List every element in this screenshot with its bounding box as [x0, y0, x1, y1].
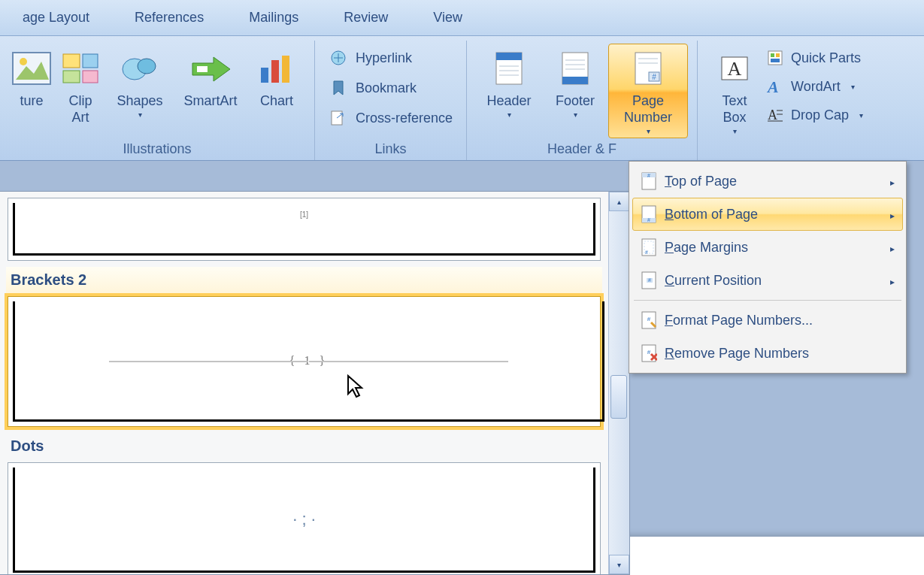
textbox-dropdown-arrow: ▾ [733, 127, 737, 135]
submenu-arrow-icon [890, 174, 895, 189]
menu-remove-page-numbers[interactable]: # Remove Page Numbers [632, 337, 903, 370]
quickparts-icon [765, 48, 785, 68]
gallery-item-dots[interactable]: · ; · [8, 462, 601, 574]
submenu-arrow-icon [890, 240, 895, 256]
group-headerfooter-label: Header & F [476, 140, 688, 159]
top-of-page-icon: # [633, 171, 665, 191]
hyperlink-button[interactable]: Hyperlink [329, 48, 453, 68]
shapes-button[interactable]: Shapes ▾ [107, 44, 173, 138]
picture-label: ture [20, 92, 43, 109]
format-page-numbers-icon: # [633, 310, 665, 330]
scroll-up-button[interactable]: ▴ [609, 192, 629, 211]
menu-margins-label: Page Margins [665, 240, 890, 256]
header-icon [488, 47, 530, 89]
footer-icon [554, 47, 596, 89]
page-number-button[interactable]: # Page Number ▾ [608, 44, 688, 138]
tab-references[interactable]: References [112, 4, 226, 32]
menu-bottom-of-page[interactable]: # Bottom of Page [632, 198, 903, 231]
wordart-label: WordArt [791, 79, 841, 95]
svg-point-8 [138, 59, 156, 74]
hyperlink-label: Hyperlink [356, 50, 412, 66]
svg-rect-3 [63, 54, 80, 68]
shapes-dropdown-arrow: ▾ [138, 110, 142, 119]
svg-rect-12 [271, 60, 279, 83]
current-position-icon: # [633, 271, 665, 290]
smartart-button[interactable]: SmartArt [173, 44, 248, 138]
footer-dropdown-arrow: ▾ [574, 110, 577, 119]
dropcap-icon: A [765, 105, 785, 125]
svg-text:#: # [652, 73, 656, 81]
bookmark-label: Bookmark [356, 80, 417, 96]
page-number-icon: # [627, 47, 669, 89]
clipart-label: Clip Art [68, 92, 92, 126]
svg-text:A: A [728, 58, 742, 80]
quickparts-label: Quick Parts [791, 50, 861, 66]
page-margins-icon: # [633, 238, 665, 257]
menu-format-label: Format Page Numbers... [665, 313, 895, 328]
gallery-item-previous[interactable]: [1] [8, 198, 601, 261]
menu-format-page-numbers[interactable]: # Format Page Numbers... [632, 304, 903, 337]
header-button[interactable]: Header ▾ [476, 44, 542, 138]
menu-current-label: Current Position [665, 273, 890, 289]
smartart-label: SmartArt [183, 92, 237, 109]
clipart-button[interactable]: Clip Art [54, 44, 107, 138]
header-label: Header [487, 92, 532, 109]
footer-button[interactable]: Footer ▾ [542, 44, 608, 138]
menu-remove-label: Remove Page Numbers [665, 346, 895, 362]
group-illustrations: ture Clip Art Shapes ▾ SmartArt [0, 41, 315, 160]
svg-text:#: # [647, 349, 651, 356]
svg-text:#: # [647, 173, 650, 178]
tab-review[interactable]: Review [321, 4, 410, 32]
gallery-header-dots: Dots [6, 433, 602, 462]
crossref-button[interactable]: Cross-reference [329, 108, 453, 128]
page-number-gallery: [1] Brackets 2 { 1 } Dots · ; · ▴ ▾ [0, 191, 630, 575]
chart-icon [256, 47, 298, 89]
picture-button[interactable]: ture [9, 44, 54, 138]
svg-rect-17 [496, 53, 522, 60]
textbox-label: Text Box [723, 92, 747, 126]
scroll-down-button[interactable]: ▾ [609, 555, 629, 574]
menu-top-of-page[interactable]: # Top of Page [632, 165, 903, 198]
remove-page-numbers-icon: # [633, 343, 665, 363]
svg-point-2 [20, 58, 27, 65]
wordart-button[interactable]: A WordArt [765, 77, 863, 96]
document-page[interactable]: rd 2010 ordinate with the overall look o [617, 537, 924, 575]
svg-rect-13 [282, 56, 289, 83]
ribbon-tabstrip: age Layout References Mailings Review Vi… [0, 0, 924, 36]
textbox-button[interactable]: A Text Box ▾ [707, 44, 762, 138]
tab-mailings[interactable]: Mailings [226, 4, 321, 32]
group-illustrations-label: Illustrations [9, 140, 305, 159]
gallery-item-brackets2[interactable]: { 1 } [8, 296, 601, 427]
smartart-icon [189, 47, 232, 89]
header-dropdown-arrow: ▾ [507, 110, 511, 119]
chart-button[interactable]: Chart [248, 44, 305, 138]
svg-text:#: # [647, 217, 650, 222]
svg-rect-33 [768, 51, 782, 65]
menu-bottom-label: Bottom of Page [665, 207, 890, 222]
group-headerfooter: Header ▾ Footer ▾ # Page Number ▾ Header… [467, 41, 698, 160]
svg-text:#: # [648, 277, 651, 283]
bookmark-button[interactable]: Bookmark [329, 78, 453, 98]
page-number-dropdown-arrow: ▾ [647, 127, 650, 135]
gallery-scrollbar[interactable]: ▴ ▾ [608, 192, 629, 574]
footer-label: Footer [556, 92, 595, 109]
crossref-label: Cross-reference [356, 110, 453, 126]
shapes-label: Shapes [117, 92, 162, 109]
quickparts-button[interactable]: Quick Parts [765, 48, 863, 68]
hyperlink-icon [329, 48, 348, 68]
scroll-thumb[interactable] [610, 375, 627, 419]
group-links: Hyperlink Bookmark Cross-reference Links [315, 41, 467, 160]
tab-page-layout[interactable]: age Layout [0, 4, 112, 32]
svg-rect-10 [197, 66, 208, 72]
menu-page-margins[interactable]: # Page Margins [632, 231, 903, 264]
dropcap-button[interactable]: A Drop Cap [765, 105, 863, 125]
svg-rect-5 [63, 71, 80, 83]
tab-view[interactable]: View [410, 4, 485, 32]
clipart-icon [59, 47, 101, 89]
svg-rect-6 [83, 71, 98, 83]
group-links-label: Links [324, 140, 457, 159]
menu-separator [634, 300, 901, 301]
page-number-menu: # Top of Page # Bottom of Page # Page Ma… [629, 161, 907, 374]
menu-current-position[interactable]: # Current Position [632, 264, 903, 297]
svg-rect-36 [771, 59, 780, 62]
